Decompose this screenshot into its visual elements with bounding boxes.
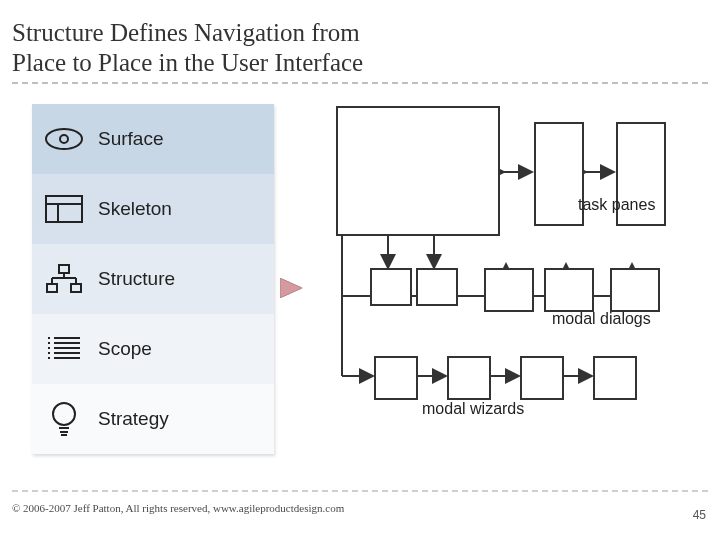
title-line-2: Place to Place in the User Interface xyxy=(12,48,363,78)
list-icon xyxy=(42,335,86,363)
slide-title: Structure Defines Navigation from Place … xyxy=(12,18,363,78)
modal-dialog-box xyxy=(610,268,660,312)
layer-structure: Structure xyxy=(32,244,274,314)
wizard-step-box xyxy=(593,356,637,400)
label-task-panes: task panes xyxy=(578,196,655,214)
svg-rect-7 xyxy=(71,284,81,292)
wizard-step-box xyxy=(374,356,418,400)
title-line-1: Structure Defines Navigation from xyxy=(12,18,363,48)
planes-list: Surface Skeleton Structure xyxy=(32,104,274,454)
title-underline xyxy=(12,82,708,84)
layer-label: Surface xyxy=(98,128,163,150)
main-place-box xyxy=(336,106,500,236)
footer-divider xyxy=(12,490,708,492)
layer-label: Structure xyxy=(98,268,175,290)
svg-point-1 xyxy=(60,135,68,143)
layer-label: Strategy xyxy=(98,408,169,430)
svg-rect-6 xyxy=(47,284,57,292)
layer-label: Scope xyxy=(98,338,152,360)
label-modal-wizards: modal wizards xyxy=(422,400,524,418)
copyright-text: © 2006-2007 Jeff Patton, All rights rese… xyxy=(12,502,344,514)
page-number: 45 xyxy=(693,508,706,522)
navigation-diagram: task panes modal dialogs modal wizards xyxy=(316,96,708,456)
svg-point-0 xyxy=(46,129,82,149)
lightbulb-icon xyxy=(42,401,86,437)
layer-scope: Scope xyxy=(32,314,274,384)
modal-dialog-box xyxy=(544,268,594,312)
hierarchy-icon xyxy=(42,264,86,294)
layer-label: Skeleton xyxy=(98,198,172,220)
label-modal-dialogs: modal dialogs xyxy=(552,310,651,328)
pointer-icon xyxy=(280,278,302,298)
svg-point-22 xyxy=(53,403,75,425)
task-pane-box xyxy=(534,122,584,226)
layer-skeleton: Skeleton xyxy=(32,174,274,244)
wizard-step-box xyxy=(520,356,564,400)
wireframe-icon xyxy=(42,195,86,223)
eye-icon xyxy=(42,127,86,151)
layer-surface: Surface xyxy=(32,104,274,174)
svg-rect-2 xyxy=(46,196,82,222)
small-place-box xyxy=(416,268,458,306)
wizard-step-box xyxy=(447,356,491,400)
svg-marker-26 xyxy=(280,278,302,298)
svg-rect-5 xyxy=(59,265,69,273)
small-place-box xyxy=(370,268,412,306)
layer-strategy: Strategy xyxy=(32,384,274,454)
modal-dialog-box xyxy=(484,268,534,312)
